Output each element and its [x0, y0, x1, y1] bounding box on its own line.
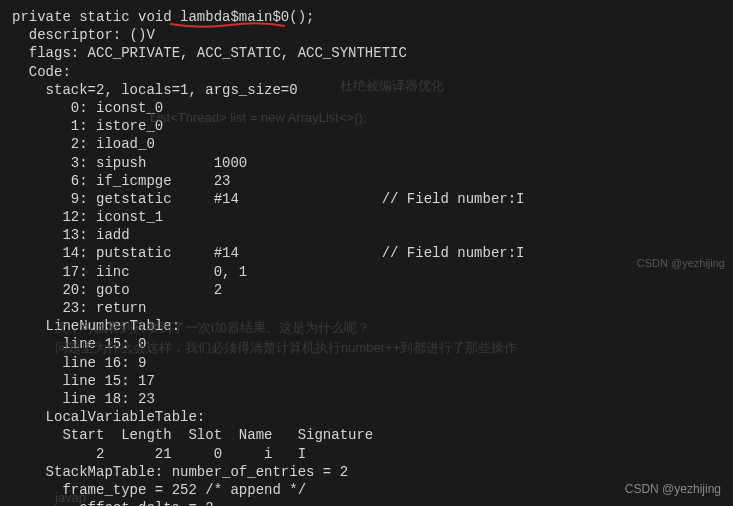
- code-line: line 18: 23: [12, 391, 155, 407]
- code-line: 13: iadd: [12, 227, 130, 243]
- code-line: descriptor: ()V: [12, 27, 155, 43]
- code-line: LineNumberTable:: [12, 318, 180, 334]
- code-line: 2: iload_0: [12, 136, 155, 152]
- code-line: 9: getstatic #14 // Field number:I: [12, 191, 524, 207]
- code-line: StackMapTable: number_of_entries = 2: [12, 464, 348, 480]
- code-line: 6: if_icmpge 23: [12, 173, 230, 189]
- code-line: 14: putstatic #14 // Field number:I: [12, 245, 524, 261]
- code-line: line 15: 17: [12, 373, 155, 389]
- code-line: 0: iconst_0: [12, 100, 163, 116]
- watermark-text: CSDN @yezhijing: [637, 256, 725, 270]
- red-underline-annotation: [170, 18, 285, 28]
- code-line: line 15: 0: [12, 336, 146, 352]
- code-line: 23: return: [12, 300, 146, 316]
- code-line: flags: ACC_PRIVATE, ACC_STATIC, ACC_SYNT…: [12, 45, 407, 61]
- code-line: Start Length Slot Name Signature: [12, 427, 373, 443]
- code-line: 12: iconst_1: [12, 209, 163, 225]
- code-line: 3: sipush 1000: [12, 155, 247, 171]
- code-line: 20: goto 2: [12, 282, 222, 298]
- code-line: 2 21 0 i I: [12, 446, 306, 462]
- code-line: 17: iinc 0, 1: [12, 264, 247, 280]
- code-line: stack=2, locals=1, args_size=0: [12, 82, 298, 98]
- code-line: offset_delta = 2: [12, 500, 214, 506]
- code-line: Code:: [12, 64, 71, 80]
- code-line: frame_type = 252 /* append */: [12, 482, 306, 498]
- code-line: LocalVariableTable:: [12, 409, 205, 425]
- bytecode-listing: private static void lambda$main$0(); des…: [0, 0, 733, 506]
- watermark-text: CSDN @yezhijing: [625, 482, 721, 498]
- code-line: line 16: 9: [12, 355, 146, 371]
- code-line: 1: istore_0: [12, 118, 163, 134]
